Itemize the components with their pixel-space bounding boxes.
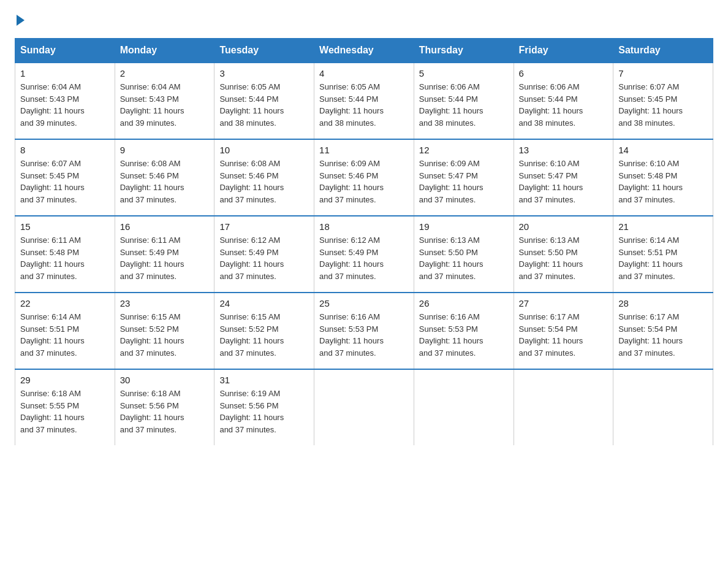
calendar-day-cell: 21 Sunrise: 6:14 AM Sunset: 5:51 PM Dayl…	[613, 216, 713, 293]
calendar-day-cell: 5 Sunrise: 6:06 AM Sunset: 5:44 PM Dayli…	[414, 63, 514, 139]
day-info: Sunrise: 6:15 AM Sunset: 5:52 PM Dayligh…	[219, 311, 309, 359]
logo-general-line	[15, 15, 25, 26]
day-number: 23	[120, 298, 210, 308]
day-number: 1	[20, 68, 110, 79]
calendar-day-cell: 17 Sunrise: 6:12 AM Sunset: 5:49 PM Dayl…	[214, 216, 314, 293]
page-header	[15, 15, 713, 26]
day-info: Sunrise: 6:09 AM Sunset: 5:47 PM Dayligh…	[419, 158, 509, 205]
day-number: 15	[20, 221, 110, 232]
day-number: 26	[419, 298, 509, 308]
calendar-day-cell: 15 Sunrise: 6:11 AM Sunset: 5:48 PM Dayl…	[15, 216, 115, 293]
calendar-day-cell: 29 Sunrise: 6:18 AM Sunset: 5:55 PM Dayl…	[15, 369, 115, 445]
calendar-day-cell: 26 Sunrise: 6:16 AM Sunset: 5:53 PM Dayl…	[414, 293, 514, 369]
day-info: Sunrise: 6:05 AM Sunset: 5:44 PM Dayligh…	[219, 81, 309, 129]
day-number: 25	[319, 298, 409, 308]
day-info: Sunrise: 6:04 AM Sunset: 5:43 PM Dayligh…	[120, 81, 210, 129]
calendar-day-cell: 23 Sunrise: 6:15 AM Sunset: 5:52 PM Dayl…	[115, 293, 214, 369]
day-info: Sunrise: 6:11 AM Sunset: 5:48 PM Dayligh…	[20, 234, 110, 282]
calendar-day-cell	[414, 369, 514, 445]
day-number: 9	[120, 145, 210, 155]
calendar-day-cell: 2 Sunrise: 6:04 AM Sunset: 5:43 PM Dayli…	[115, 63, 214, 139]
logo	[15, 15, 25, 26]
calendar-day-cell: 16 Sunrise: 6:11 AM Sunset: 5:49 PM Dayl…	[115, 216, 214, 293]
day-info: Sunrise: 6:14 AM Sunset: 5:51 PM Dayligh…	[20, 311, 110, 359]
day-number: 6	[519, 68, 609, 79]
day-info: Sunrise: 6:12 AM Sunset: 5:49 PM Dayligh…	[319, 234, 409, 282]
day-number: 10	[219, 145, 309, 155]
day-info: Sunrise: 6:18 AM Sunset: 5:56 PM Dayligh…	[120, 388, 210, 435]
day-info: Sunrise: 6:09 AM Sunset: 5:46 PM Dayligh…	[319, 158, 409, 205]
logo-arrow-icon	[17, 15, 25, 26]
day-number: 21	[618, 221, 708, 232]
day-number: 4	[319, 68, 409, 79]
day-info: Sunrise: 6:16 AM Sunset: 5:53 PM Dayligh…	[419, 311, 509, 359]
calendar-day-cell: 9 Sunrise: 6:08 AM Sunset: 5:46 PM Dayli…	[115, 139, 214, 216]
calendar-day-cell: 13 Sunrise: 6:10 AM Sunset: 5:47 PM Dayl…	[514, 139, 613, 216]
calendar-table: SundayMondayTuesdayWednesdayThursdayFrid…	[15, 38, 713, 445]
calendar-day-cell: 27 Sunrise: 6:17 AM Sunset: 5:54 PM Dayl…	[514, 293, 613, 369]
day-info: Sunrise: 6:18 AM Sunset: 5:55 PM Dayligh…	[20, 388, 110, 435]
day-number: 12	[419, 145, 509, 155]
calendar-day-cell: 28 Sunrise: 6:17 AM Sunset: 5:54 PM Dayl…	[613, 293, 713, 369]
day-info: Sunrise: 6:16 AM Sunset: 5:53 PM Dayligh…	[319, 311, 409, 359]
day-info: Sunrise: 6:14 AM Sunset: 5:51 PM Dayligh…	[618, 234, 708, 282]
day-number: 29	[20, 375, 110, 385]
day-number: 19	[419, 221, 509, 232]
calendar-week-row: 8 Sunrise: 6:07 AM Sunset: 5:45 PM Dayli…	[15, 139, 713, 216]
weekday-header-sunday: Sunday	[15, 39, 115, 63]
day-number: 5	[419, 68, 509, 79]
day-number: 3	[219, 68, 309, 79]
weekday-header-thursday: Thursday	[414, 39, 514, 63]
day-info: Sunrise: 6:05 AM Sunset: 5:44 PM Dayligh…	[319, 81, 409, 129]
day-number: 18	[319, 221, 409, 232]
day-info: Sunrise: 6:08 AM Sunset: 5:46 PM Dayligh…	[219, 158, 309, 205]
day-number: 24	[219, 298, 309, 308]
day-info: Sunrise: 6:12 AM Sunset: 5:49 PM Dayligh…	[219, 234, 309, 282]
calendar-week-row: 1 Sunrise: 6:04 AM Sunset: 5:43 PM Dayli…	[15, 63, 713, 139]
weekday-header-monday: Monday	[115, 39, 214, 63]
day-number: 2	[120, 68, 210, 79]
calendar-day-cell: 11 Sunrise: 6:09 AM Sunset: 5:46 PM Dayl…	[314, 139, 414, 216]
calendar-day-cell	[613, 369, 713, 445]
day-number: 13	[519, 145, 609, 155]
day-number: 7	[618, 68, 708, 79]
calendar-day-cell: 1 Sunrise: 6:04 AM Sunset: 5:43 PM Dayli…	[15, 63, 115, 139]
calendar-day-cell: 30 Sunrise: 6:18 AM Sunset: 5:56 PM Dayl…	[115, 369, 214, 445]
weekday-header-tuesday: Tuesday	[214, 39, 314, 63]
weekday-header-friday: Friday	[514, 39, 613, 63]
day-info: Sunrise: 6:17 AM Sunset: 5:54 PM Dayligh…	[618, 311, 708, 359]
calendar-day-cell: 8 Sunrise: 6:07 AM Sunset: 5:45 PM Dayli…	[15, 139, 115, 216]
calendar-day-cell: 14 Sunrise: 6:10 AM Sunset: 5:48 PM Dayl…	[613, 139, 713, 216]
day-info: Sunrise: 6:13 AM Sunset: 5:50 PM Dayligh…	[419, 234, 509, 282]
day-info: Sunrise: 6:19 AM Sunset: 5:56 PM Dayligh…	[219, 388, 309, 435]
day-info: Sunrise: 6:07 AM Sunset: 5:45 PM Dayligh…	[20, 158, 110, 205]
calendar-day-cell: 3 Sunrise: 6:05 AM Sunset: 5:44 PM Dayli…	[214, 63, 314, 139]
day-number: 31	[219, 375, 309, 385]
calendar-day-cell	[514, 369, 613, 445]
weekday-header-saturday: Saturday	[613, 39, 713, 63]
calendar-day-cell: 7 Sunrise: 6:07 AM Sunset: 5:45 PM Dayli…	[613, 63, 713, 139]
day-info: Sunrise: 6:17 AM Sunset: 5:54 PM Dayligh…	[519, 311, 609, 359]
calendar-day-cell: 12 Sunrise: 6:09 AM Sunset: 5:47 PM Dayl…	[414, 139, 514, 216]
day-info: Sunrise: 6:07 AM Sunset: 5:45 PM Dayligh…	[618, 81, 708, 129]
calendar-day-cell: 25 Sunrise: 6:16 AM Sunset: 5:53 PM Dayl…	[314, 293, 414, 369]
calendar-day-cell: 19 Sunrise: 6:13 AM Sunset: 5:50 PM Dayl…	[414, 216, 514, 293]
calendar-day-cell: 24 Sunrise: 6:15 AM Sunset: 5:52 PM Dayl…	[214, 293, 314, 369]
weekday-header-wednesday: Wednesday	[314, 39, 414, 63]
calendar-day-cell: 18 Sunrise: 6:12 AM Sunset: 5:49 PM Dayl…	[314, 216, 414, 293]
calendar-day-cell: 6 Sunrise: 6:06 AM Sunset: 5:44 PM Dayli…	[514, 63, 613, 139]
calendar-header-row: SundayMondayTuesdayWednesdayThursdayFrid…	[15, 39, 713, 63]
day-number: 8	[20, 145, 110, 155]
day-number: 30	[120, 375, 210, 385]
day-info: Sunrise: 6:04 AM Sunset: 5:43 PM Dayligh…	[20, 81, 110, 129]
day-number: 27	[519, 298, 609, 308]
day-number: 11	[319, 145, 409, 155]
day-info: Sunrise: 6:06 AM Sunset: 5:44 PM Dayligh…	[519, 81, 609, 129]
calendar-day-cell: 10 Sunrise: 6:08 AM Sunset: 5:46 PM Dayl…	[214, 139, 314, 216]
calendar-day-cell: 4 Sunrise: 6:05 AM Sunset: 5:44 PM Dayli…	[314, 63, 414, 139]
calendar-day-cell	[314, 369, 414, 445]
day-number: 20	[519, 221, 609, 232]
day-info: Sunrise: 6:10 AM Sunset: 5:48 PM Dayligh…	[618, 158, 708, 205]
day-number: 28	[618, 298, 708, 308]
day-info: Sunrise: 6:15 AM Sunset: 5:52 PM Dayligh…	[120, 311, 210, 359]
